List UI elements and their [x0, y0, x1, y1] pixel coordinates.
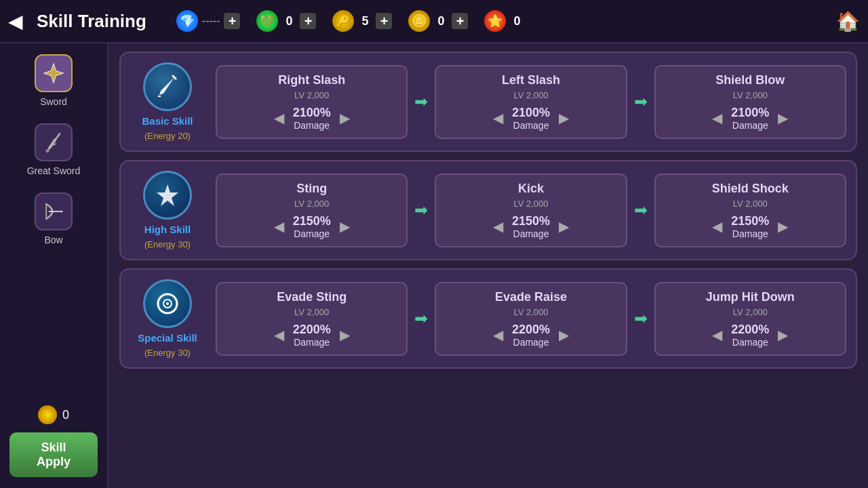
sidebar-item-bow[interactable]: Bow [35, 192, 73, 245]
great-sword-icon-wrap [35, 123, 73, 161]
card-left-arrow-evade-sting[interactable]: ◀ [274, 327, 284, 343]
card-damage-label-kick: Damage [507, 228, 555, 239]
skill-card-left-slash: Left SlashLV 2,000◀2100%Damage▶ [435, 65, 627, 139]
skill-card-right-slash: Right SlashLV 2,000◀2100%Damage▶ [216, 65, 408, 139]
keys-plus-button[interactable]: + [376, 13, 392, 29]
sidebar-item-great-sword[interactable]: Great Sword [27, 123, 81, 176]
svg-point-11 [166, 302, 169, 305]
card-lv-right-slash: LV 2,000 [226, 90, 397, 100]
card-title-evade-raise: Evade Raise [446, 290, 616, 304]
card-stat-value-wrap-shield-shock: 2150%Damage [726, 214, 774, 239]
card-title-left-slash: Left Slash [446, 73, 616, 87]
svg-marker-7 [61, 210, 64, 213]
body: Sword Great Sword [0, 43, 868, 488]
card-damage-label-left-slash: Damage [507, 120, 555, 131]
card-damage-label-shield-shock: Damage [726, 228, 774, 239]
card-right-arrow-sting[interactable]: ▶ [340, 218, 350, 235]
card-right-arrow-shield-shock[interactable]: ▶ [778, 218, 788, 235]
card-left-arrow-shield-blow[interactable]: ◀ [712, 110, 722, 126]
card-damage-value-left-slash: 2100% [507, 106, 555, 120]
card-stat-evade-sting: ◀2200%Damage▶ [226, 323, 397, 348]
arrow-connector-0-2: ➡ [634, 92, 648, 111]
card-left-arrow-sting[interactable]: ◀ [274, 218, 284, 235]
keys-value: 5 [358, 14, 372, 28]
card-damage-value-jump-hit-down: 2200% [726, 323, 774, 337]
main-content: Basic Skill(Energy 20)Right SlashLV 2,00… [108, 43, 868, 488]
skill-apply-button[interactable]: Skill Apply [9, 432, 98, 477]
card-right-arrow-evade-raise[interactable]: ▶ [559, 327, 569, 343]
skill-name-0: Basic Skill [142, 115, 193, 127]
card-left-arrow-evade-raise[interactable]: ◀ [493, 327, 503, 343]
card-title-shield-blow: Shield Blow [665, 73, 835, 87]
arrow-connector-2-1: ➡ [414, 309, 428, 328]
card-left-arrow-jump-hit-down[interactable]: ◀ [712, 327, 722, 343]
sidebar-item-sword[interactable]: Sword [35, 54, 73, 107]
card-right-arrow-right-slash[interactable]: ▶ [340, 110, 350, 126]
arrow-connector-1-1: ➡ [414, 201, 428, 220]
skill-energy-2: (Energy 30) [144, 348, 191, 358]
skill-card-kick: KickLV 2,000◀2150%Damage▶ [435, 174, 627, 247]
svg-marker-0 [44, 64, 64, 83]
card-left-arrow-shield-shock[interactable]: ◀ [712, 218, 722, 235]
card-lv-evade-sting: LV 2,000 [226, 307, 397, 317]
resource-blue-gem: 💎 ----- + [176, 10, 241, 32]
great-sword-label: Great Sword [27, 165, 81, 176]
card-damage-label-jump-hit-down: Damage [726, 337, 774, 348]
coin-plus-button[interactable]: + [452, 13, 468, 29]
card-stat-kick: ◀2150%Damage▶ [446, 214, 616, 239]
card-lv-jump-hit-down: LV 2,000 [665, 307, 835, 317]
card-right-arrow-left-slash[interactable]: ▶ [559, 110, 569, 126]
card-left-arrow-kick[interactable]: ◀ [493, 218, 503, 235]
header: ◀ Skill Training 💎 ----- + 💚 0 + 🔑 5 + 🪙… [0, 0, 868, 43]
card-stat-shield-shock: ◀2150%Damage▶ [665, 214, 835, 239]
card-stat-value-wrap-jump-hit-down: 2200%Damage [726, 323, 774, 348]
blue-gem-plus-button[interactable]: + [224, 13, 240, 29]
blue-gem-value: ----- [202, 15, 220, 27]
card-title-sting: Sting [226, 182, 397, 196]
card-stat-value-wrap-left-slash: 2100%Damage [507, 106, 555, 131]
card-stat-value-wrap-shield-blow: 2100%Damage [726, 106, 774, 131]
card-title-kick: Kick [446, 182, 616, 196]
card-stat-left-slash: ◀2100%Damage▶ [446, 106, 616, 131]
card-stat-value-wrap-sting: 2150%Damage [288, 214, 336, 239]
card-damage-label-evade-sting: Damage [288, 337, 336, 348]
green-gem-value: 0 [282, 14, 296, 28]
skill-circle-1 [143, 171, 192, 220]
card-right-arrow-shield-blow[interactable]: ▶ [778, 110, 788, 126]
green-gem-icon: 💚 [256, 10, 278, 32]
card-damage-label-shield-blow: Damage [726, 120, 774, 131]
sidebar: Sword Great Sword [0, 43, 108, 488]
card-right-arrow-kick[interactable]: ▶ [559, 218, 569, 235]
card-damage-value-evade-sting: 2200% [288, 323, 336, 337]
card-title-shield-shock: Shield Shock [665, 182, 835, 196]
sword-icon-wrap [35, 54, 73, 92]
card-damage-label-sting: Damage [288, 228, 336, 239]
skill-row-basic-skill-row: Basic Skill(Energy 20)Right SlashLV 2,00… [119, 52, 857, 152]
card-stat-right-slash: ◀2100%Damage▶ [226, 106, 397, 131]
card-right-arrow-jump-hit-down[interactable]: ▶ [778, 327, 788, 343]
red-star-value: 0 [510, 14, 524, 28]
card-damage-value-shield-shock: 2150% [726, 214, 774, 228]
skill-energy-1: (Energy 30) [144, 239, 191, 249]
coin-icon: 🪙 [408, 10, 430, 32]
sword-label: Sword [40, 96, 67, 107]
back-button[interactable]: ◀ [8, 10, 23, 33]
skill-circle-2 [143, 279, 192, 328]
bow-icon-wrap [35, 192, 73, 230]
home-button[interactable]: 🏠 [836, 10, 860, 33]
skill-card-shield-shock: Shield ShockLV 2,000◀2150%Damage▶ [654, 174, 846, 247]
card-stat-value-wrap-evade-sting: 2200%Damage [288, 323, 336, 348]
green-gem-plus-button[interactable]: + [300, 13, 316, 29]
card-left-arrow-left-slash[interactable]: ◀ [493, 110, 503, 126]
arrow-connector-1-2: ➡ [634, 201, 648, 220]
cards-group-2: Evade StingLV 2,000◀2200%Damage▶➡Evade R… [216, 282, 846, 356]
card-stat-jump-hit-down: ◀2200%Damage▶ [665, 323, 835, 348]
card-right-arrow-evade-sting[interactable]: ▶ [340, 327, 350, 343]
skill-icon-block-1: High Skill(Energy 30) [130, 171, 205, 249]
red-star-icon: ⭐ [484, 10, 506, 32]
card-lv-left-slash: LV 2,000 [446, 90, 616, 100]
card-left-arrow-right-slash[interactable]: ◀ [274, 110, 284, 126]
card-stat-sting: ◀2150%Damage▶ [226, 214, 397, 239]
card-lv-shield-shock: LV 2,000 [665, 199, 835, 209]
card-stat-value-wrap-evade-raise: 2200%Damage [507, 323, 555, 348]
